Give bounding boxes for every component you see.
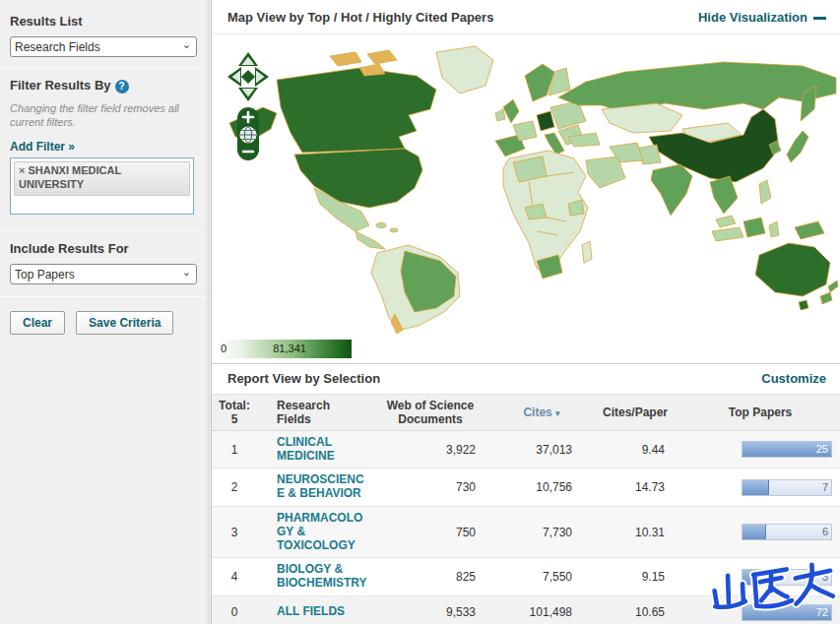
rank-cell: 1 bbox=[212, 443, 257, 457]
cites-per-paper-cell: 9.15 bbox=[590, 570, 680, 584]
filter-note: Changing the filter field removes all cu… bbox=[10, 101, 187, 130]
bar-value-label: 3 bbox=[822, 571, 828, 583]
rank-cell: 2 bbox=[212, 480, 257, 494]
sort-caret-icon: ▾ bbox=[555, 408, 560, 418]
top-papers-bar: 3 bbox=[742, 569, 832, 586]
report-view-title: Report View by Selection bbox=[227, 371, 380, 386]
top-papers-bar: 72 bbox=[742, 604, 832, 621]
field-link[interactable]: ALL FIELDS bbox=[257, 605, 367, 619]
scale-max-label: 81,341 bbox=[273, 343, 306, 354]
cites-per-paper-cell: 10.65 bbox=[590, 605, 680, 619]
report-table-body: 1 CLINICAL MEDICINE 3,922 37,013 9.44 25… bbox=[212, 431, 840, 624]
cites-cell: 7,550 bbox=[493, 570, 590, 584]
top-papers-cell: 72 bbox=[680, 604, 840, 621]
column-wos-documents[interactable]: Web of Science Documents bbox=[367, 399, 493, 427]
cites-per-paper-cell: 14.73 bbox=[590, 480, 680, 494]
add-filter-link[interactable]: Add Filter » bbox=[10, 140, 75, 154]
include-results-select[interactable]: Top Papers bbox=[10, 264, 197, 284]
table-row-all-fields: 0 ALL FIELDS 9,533 101,498 10.65 72 bbox=[212, 596, 840, 624]
scale-min-label: 0 bbox=[221, 343, 226, 354]
map-pan-zoom-controls[interactable] bbox=[226, 50, 271, 164]
field-link[interactable]: NEUROSCIENCE & BEHAVIOR bbox=[257, 473, 367, 501]
table-row: 4 BIOLOGY & BIOCHEMISTRY 825 7,550 9.15 … bbox=[212, 558, 840, 596]
map-view-title: Map View by Top / Hot / Highly Cited Pap… bbox=[227, 10, 493, 25]
results-list-dropdown[interactable]: Research Fields ⌄ bbox=[10, 36, 197, 57]
cites-per-paper-cell: 10.31 bbox=[590, 526, 680, 539]
table-row: 3 PHARMACOLOGY & TOXICOLOGY 750 7,730 10… bbox=[212, 507, 840, 558]
field-link[interactable]: CLINICAL MEDICINE bbox=[257, 436, 367, 464]
rank-cell: 3 bbox=[212, 526, 257, 539]
map-color-scale: 0 81,341 bbox=[218, 340, 352, 358]
top-papers-cell: 25 bbox=[680, 441, 840, 458]
report-view-header: Report View by Selection Customize bbox=[212, 363, 840, 395]
column-research-fields[interactable]: Research Fields bbox=[257, 399, 367, 427]
table-row: 1 CLINICAL MEDICINE 3,922 37,013 9.44 25 bbox=[212, 431, 840, 469]
esi-app-window: Results List Research Fields ⌄ Filter Re… bbox=[0, 0, 840, 624]
bar-value-label: 25 bbox=[816, 443, 828, 455]
documents-cell: 750 bbox=[367, 526, 493, 539]
customize-link[interactable]: Customize bbox=[761, 371, 826, 386]
table-row: 2 NEUROSCIENCE & BEHAVIOR 730 10,756 14.… bbox=[212, 468, 840, 507]
sidebar: Results List Research Fields ⌄ Filter Re… bbox=[0, 0, 212, 624]
bar-value-label: 7 bbox=[822, 481, 828, 493]
documents-cell: 3,922 bbox=[367, 443, 493, 457]
main-panel: Map View by Top / Hot / Highly Cited Pap… bbox=[212, 0, 840, 624]
documents-cell: 730 bbox=[367, 480, 493, 494]
bar-value-label: 72 bbox=[816, 606, 828, 618]
documents-cell: 825 bbox=[367, 570, 493, 584]
globe-icon bbox=[240, 127, 256, 143]
column-cites[interactable]: Cites ▾ bbox=[493, 406, 590, 419]
rank-cell: 0 bbox=[212, 605, 257, 619]
documents-cell: 9,533 bbox=[367, 605, 493, 619]
save-criteria-button[interactable]: Save Criteria bbox=[76, 311, 173, 335]
cites-per-paper-cell: 9.44 bbox=[590, 443, 680, 457]
cites-cell: 10,756 bbox=[493, 480, 590, 494]
filter-results-heading: Filter Results By? bbox=[10, 78, 199, 94]
filter-box[interactable]: ×SHANXI MEDICAL UNIVERSITY bbox=[10, 157, 194, 215]
field-link[interactable]: PHARMACOLOGY & TOXICOLOGY bbox=[257, 512, 367, 552]
remove-filter-icon[interactable]: × bbox=[19, 164, 25, 176]
top-papers-bar: 25 bbox=[742, 441, 832, 458]
cites-cell: 7,730 bbox=[493, 526, 590, 539]
results-list-heading: Results List bbox=[10, 14, 199, 29]
include-results-dropdown[interactable]: Top Papers ⌄ bbox=[10, 264, 197, 284]
minus-icon bbox=[813, 17, 826, 20]
bar-value-label: 6 bbox=[822, 526, 828, 537]
include-results-heading: Include Results For bbox=[10, 241, 199, 256]
bar-fill bbox=[743, 570, 756, 585]
filter-chip[interactable]: ×SHANXI MEDICAL UNIVERSITY bbox=[14, 161, 190, 196]
sidebar-divider bbox=[0, 296, 211, 297]
top-papers-cell: 6 bbox=[680, 524, 840, 540]
rank-cell: 4 bbox=[212, 570, 257, 584]
total-header: Total: 5 bbox=[212, 399, 257, 427]
sidebar-divider bbox=[0, 230, 211, 231]
help-icon[interactable]: ? bbox=[115, 80, 129, 94]
filter-chip-label: SHANXI MEDICAL UNIVERSITY bbox=[19, 164, 121, 190]
cites-cell: 101,498 bbox=[493, 605, 590, 619]
field-link[interactable]: BIOLOGY & BIOCHEMISTRY bbox=[257, 563, 367, 591]
table-header-row: Total: 5 Research Fields Web of Science … bbox=[212, 395, 840, 431]
cites-cell: 37,013 bbox=[493, 443, 590, 457]
column-top-papers[interactable]: Top Papers bbox=[680, 406, 840, 419]
clear-button[interactable]: Clear bbox=[10, 311, 65, 335]
column-cites-per-paper[interactable]: Cites/Paper bbox=[590, 406, 680, 419]
hide-visualization-link[interactable]: Hide Visualization bbox=[698, 10, 826, 25]
results-list-select[interactable]: Research Fields bbox=[10, 36, 197, 57]
map-view-header: Map View by Top / Hot / Highly Cited Pap… bbox=[212, 0, 840, 34]
bar-fill bbox=[743, 525, 766, 539]
bar-fill bbox=[743, 480, 769, 495]
sidebar-divider bbox=[0, 67, 211, 68]
top-papers-bar: 7 bbox=[742, 479, 832, 496]
map-visualization[interactable]: 0 81,341 bbox=[212, 34, 840, 362]
world-map[interactable] bbox=[212, 38, 839, 340]
top-papers-bar: 6 bbox=[742, 524, 832, 540]
top-papers-cell: 3 bbox=[680, 569, 840, 586]
top-papers-cell: 7 bbox=[680, 479, 840, 496]
